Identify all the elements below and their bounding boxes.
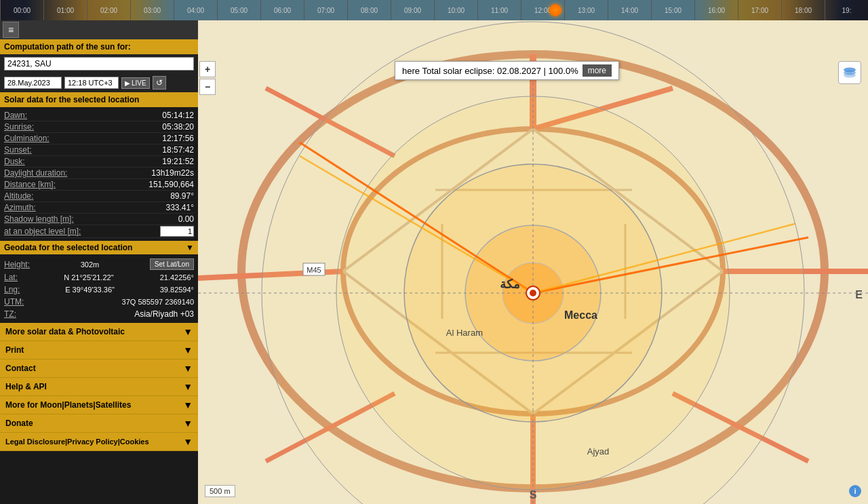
menu-item-solar-photovoltaic[interactable]: More solar data & Photovoltaic ▼ <box>0 323 198 341</box>
more-button[interactable]: more <box>583 64 612 77</box>
menu-item-moon-planets[interactable]: More for Moon|Planets|Satellites ▼ <box>0 396 198 414</box>
timeline-hour[interactable]: 15:00 <box>651 0 694 20</box>
solar-data-title: Solar data for the selected location <box>0 92 198 107</box>
shadow-label[interactable]: Shadow length [m]: <box>4 214 74 224</box>
sunrise-label[interactable]: Sunrise: <box>4 122 34 132</box>
timeline-hour[interactable]: 04:00 <box>174 0 217 20</box>
refresh-button[interactable]: ↺ <box>153 76 166 90</box>
azimuth-value: 333.41° <box>165 203 194 212</box>
lng-decimal: 39.82594° <box>160 286 194 294</box>
solar-row-culmination: Culmination: 12:17:56 <box>4 133 194 144</box>
geo-data-header: Geodata for the selected location ▼ <box>0 241 198 254</box>
lng-label[interactable]: Lng: <box>4 285 20 294</box>
menu-item-legal[interactable]: Legal Disclosure|Privacy Policy|Cookies … <box>0 433 198 451</box>
geo-row-utm: UTM: 37Q 585597 2369140 <box>4 296 194 308</box>
lng-dms: E 39°49'33.36" <box>65 286 115 294</box>
timeline-hour[interactable]: 00:00 <box>0 0 43 20</box>
datetime-row: ▶ LIVE ↺ <box>0 73 198 92</box>
geo-row-lng: Lng: E 39°49'33.36" 39.82594° <box>4 284 194 296</box>
timeline-hour[interactable]: 02:00 <box>87 0 130 20</box>
geo-collapse-icon[interactable]: ▼ <box>186 243 194 252</box>
layers-icon <box>842 65 857 80</box>
sunset-value: 18:57:42 <box>162 145 194 155</box>
date-input[interactable] <box>4 77 62 89</box>
dawn-label[interactable]: Dawn: <box>4 111 27 120</box>
culmination-value: 12:17:56 <box>162 134 194 143</box>
svg-text:Al Haram: Al Haram <box>446 328 483 338</box>
map-svg: N E S مكة Mecca Al Haram Ajyad M45 <box>198 20 868 504</box>
tz-label[interactable]: TZ: <box>4 309 16 319</box>
timeline-hour[interactable]: 18:00 <box>781 0 825 20</box>
sunrise-value: 05:38:20 <box>162 122 194 132</box>
zoom-in-button[interactable]: + <box>199 61 216 77</box>
utm-label[interactable]: UTM: <box>4 297 24 307</box>
menu-item-print[interactable]: Print ▼ <box>0 341 198 360</box>
map-area[interactable]: N E S مكة Mecca Al Haram Ajyad M45 here … <box>198 20 868 504</box>
timeline-hour[interactable]: 13:00 <box>564 0 608 20</box>
menu-item-donate[interactable]: Donate ▼ <box>0 414 198 433</box>
menu-item-help-api[interactable]: Help & API ▼ <box>0 378 198 396</box>
solar-row-dawn: Dawn: 05:14:12 <box>4 110 194 121</box>
dusk-value: 19:21:52 <box>162 157 194 166</box>
geo-row-tz: TZ: Asia/Riyadh +03 <box>4 308 194 320</box>
altitude-value: 89.97° <box>170 191 194 201</box>
chevron-down-icon: ▼ <box>183 345 193 355</box>
chevron-down-icon: ▼ <box>183 326 193 337</box>
timeline-hour[interactable]: 03:00 <box>130 0 174 20</box>
timeline-hour[interactable]: 17:00 <box>738 0 781 20</box>
eclipse-tooltip: here Total solar eclipse: 02.08.2027 | 1… <box>395 61 619 80</box>
culmination-label[interactable]: Culmination: <box>4 134 50 143</box>
set-latlon-button[interactable]: Set Lat/Lon <box>150 258 194 270</box>
svg-text:Ajyad: Ajyad <box>587 446 610 457</box>
lat-label[interactable]: Lat: <box>4 273 18 282</box>
play-icon: ▶ <box>125 79 130 87</box>
solar-row-sunrise: Sunrise: 05:38:20 <box>4 121 194 133</box>
daylight-label[interactable]: Daylight duration: <box>4 168 67 178</box>
layers-button[interactable] <box>838 61 861 84</box>
sunset-label[interactable]: Sunset: <box>4 145 32 155</box>
solar-row-object-level: at an object level [m]: <box>4 225 194 238</box>
solar-row-dusk: Dusk: 19:21:52 <box>4 156 194 168</box>
menu-item-contact[interactable]: Contact ▼ <box>0 360 198 378</box>
solar-row-shadow: Shadow length [m]: 0.00 <box>4 214 194 225</box>
timeline-hour[interactable]: 10:00 <box>434 0 477 20</box>
timeline-hour[interactable]: 06:00 <box>260 0 304 20</box>
map-controls: + − <box>199 61 216 95</box>
timeline-hour[interactable]: 19: <box>825 0 868 20</box>
svg-text:مكة: مكة <box>500 277 520 291</box>
tz-value: Asia/Riyadh +03 <box>134 309 194 319</box>
timeline-hour[interactable]: 07:00 <box>304 0 347 20</box>
timeline-hour[interactable]: 05:00 <box>217 0 260 20</box>
utm-value: 37Q 585597 2369140 <box>122 298 194 306</box>
timeline-hour[interactable]: 16:00 <box>694 0 738 20</box>
timeline[interactable]: 00:00 01:00 02:00 03:00 04:00 05:00 06:0… <box>0 0 868 20</box>
altitude-label[interactable]: Altitude: <box>4 191 33 201</box>
geo-section: Height: 302m Set Lat/Lon Lat: N 21°25'21… <box>0 254 198 323</box>
distance-label[interactable]: Distance [km]: <box>4 180 56 189</box>
timeline-hour[interactable]: 14:00 <box>608 0 651 20</box>
sun-indicator[interactable] <box>549 4 561 16</box>
timeline-hour[interactable]: 01:00 <box>43 0 87 20</box>
solar-row-altitude: Altitude: 89.97° <box>4 191 194 202</box>
play-button[interactable]: ▶ LIVE <box>121 77 150 89</box>
object-level-input[interactable] <box>160 226 194 237</box>
height-value: 302m <box>81 260 100 269</box>
geo-row-lat: Lat: N 21°25'21.22" 21.42256° <box>4 271 194 284</box>
info-button[interactable]: i <box>849 485 861 497</box>
height-label[interactable]: Height: <box>4 260 30 269</box>
timeline-hour[interactable]: 09:00 <box>391 0 434 20</box>
timeline-hour[interactable]: 11:00 <box>477 0 521 20</box>
azimuth-label[interactable]: Azimuth: <box>4 203 36 212</box>
location-input[interactable] <box>4 57 194 71</box>
computation-path-title: Computation path of the sun for: <box>0 39 198 54</box>
svg-point-34 <box>530 290 536 296</box>
solar-data-section: Dawn: 05:14:12 Sunrise: 05:38:20 Culmina… <box>0 107 198 241</box>
dusk-label[interactable]: Dusk: <box>4 157 25 166</box>
shadow-value: 0.00 <box>178 214 194 224</box>
time-input[interactable] <box>64 77 119 89</box>
zoom-out-button[interactable]: − <box>199 79 216 95</box>
object-level-label[interactable]: at an object level [m]: <box>4 227 81 236</box>
sidebar-menu-button[interactable]: ≡ <box>3 22 19 38</box>
chevron-down-icon: ▼ <box>183 381 193 392</box>
timeline-hour[interactable]: 08:00 <box>347 0 391 20</box>
